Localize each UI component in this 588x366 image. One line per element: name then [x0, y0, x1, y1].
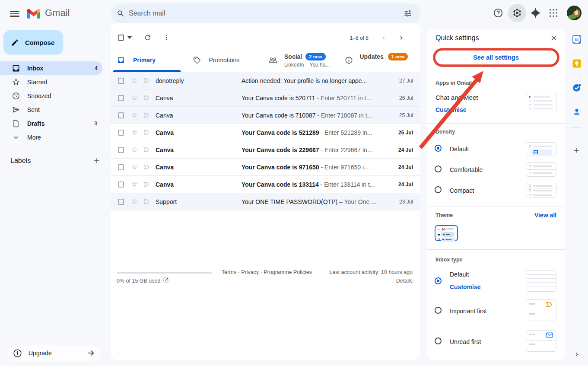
svg-text:31: 31: [575, 38, 579, 42]
